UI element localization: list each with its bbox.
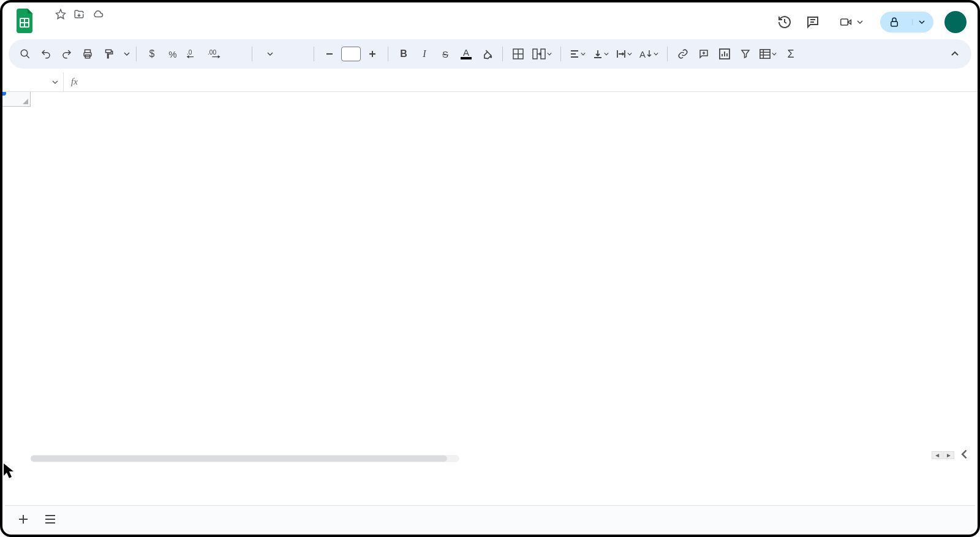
- svg-rect-35: [760, 50, 770, 58]
- paint-format-icon[interactable]: [99, 44, 118, 64]
- document-title[interactable]: [42, 13, 49, 15]
- undo-icon[interactable]: [37, 44, 55, 64]
- borders-button[interactable]: [509, 44, 527, 64]
- currency-icon[interactable]: $: [143, 44, 161, 64]
- increase-decimal-icon[interactable]: .00: [205, 44, 225, 64]
- decrease-font-size-button[interactable]: [320, 44, 339, 64]
- chevron-down-icon: [267, 51, 273, 57]
- chevron-down-icon: [857, 19, 863, 25]
- star-icon[interactable]: [55, 9, 66, 20]
- cloud-status-icon[interactable]: [92, 9, 104, 20]
- filter-button[interactable]: [736, 44, 755, 64]
- meet-button[interactable]: [832, 13, 869, 31]
- svg-rect-21: [533, 49, 537, 59]
- spreadsheet-grid[interactable]: ◄►: [2, 92, 978, 462]
- share-dropdown[interactable]: [912, 19, 925, 25]
- horizontal-align-button[interactable]: [567, 44, 588, 64]
- scroll-left-button[interactable]: ◄: [932, 451, 943, 459]
- sheet-tab-bar: [5, 505, 975, 532]
- scroll-right-button[interactable]: ►: [943, 451, 954, 459]
- search-menu-icon[interactable]: [16, 44, 34, 64]
- svg-line-8: [26, 55, 29, 58]
- functions-button[interactable]: Σ: [782, 44, 800, 64]
- increase-font-size-button[interactable]: [363, 44, 382, 64]
- bold-button[interactable]: B: [394, 44, 413, 64]
- decrease-decimal-icon[interactable]: .0: [184, 44, 203, 64]
- font-size-input[interactable]: [341, 47, 361, 61]
- fill-color-button[interactable]: [478, 44, 496, 64]
- add-sheet-button[interactable]: [12, 508, 34, 530]
- text-rotation-button[interactable]: A: [637, 44, 661, 64]
- title-area: [42, 9, 776, 22]
- toolbar: $ % .0 .00 B I S A A Σ: [9, 39, 971, 69]
- insert-link-button[interactable]: [674, 44, 692, 64]
- name-box[interactable]: [9, 72, 64, 91]
- insert-chart-button[interactable]: [715, 44, 734, 64]
- redo-icon[interactable]: [58, 44, 76, 64]
- share-button[interactable]: [880, 12, 933, 32]
- svg-point-7: [21, 50, 28, 56]
- vertical-align-button[interactable]: [590, 44, 611, 64]
- horizontal-scrollbar[interactable]: [31, 455, 459, 462]
- select-all-corner[interactable]: [2, 92, 31, 107]
- format-number-button[interactable]: [227, 44, 246, 64]
- font-select[interactable]: [258, 51, 307, 57]
- sheets-logo[interactable]: [13, 9, 38, 33]
- insert-comment-button[interactable]: [695, 44, 713, 64]
- history-icon[interactable]: [776, 13, 793, 31]
- print-icon[interactable]: [78, 44, 97, 64]
- svg-rect-6: [891, 21, 898, 26]
- strikethrough-button[interactable]: S: [436, 44, 454, 64]
- svg-rect-5: [841, 19, 848, 25]
- svg-text:.00: .00: [208, 49, 216, 56]
- collapse-toolbar-icon[interactable]: [946, 44, 964, 64]
- mouse-cursor: [2, 462, 16, 479]
- lock-icon: [889, 17, 900, 28]
- chevron-down-icon: [124, 51, 130, 57]
- comments-icon[interactable]: [804, 13, 821, 31]
- app-header: [2, 2, 978, 33]
- text-color-button[interactable]: A: [457, 44, 475, 64]
- percent-icon[interactable]: %: [164, 44, 182, 64]
- zoom-select[interactable]: [120, 51, 130, 57]
- explore-toggle[interactable]: [959, 449, 970, 460]
- italic-button[interactable]: I: [415, 44, 434, 64]
- move-icon[interactable]: [74, 9, 85, 20]
- filter-views-button[interactable]: [757, 44, 779, 64]
- all-sheets-button[interactable]: [39, 508, 61, 530]
- svg-text:.0: .0: [187, 49, 192, 56]
- chevron-down-icon: [52, 79, 58, 85]
- account-avatar[interactable]: [944, 11, 967, 33]
- merge-cells-button[interactable]: [530, 44, 554, 64]
- formula-bar-row: fx: [2, 72, 978, 92]
- text-wrap-button[interactable]: [614, 44, 635, 64]
- fx-icon: fx: [71, 77, 78, 87]
